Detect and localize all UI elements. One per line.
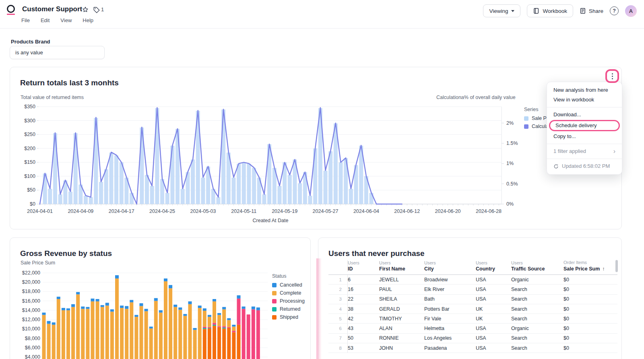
viewing-dropdown[interactable]: Viewing — [483, 4, 520, 17]
column-field-label: First Name — [379, 266, 423, 272]
column-header-sale-price-sum[interactable]: Order ItemsSale Price Sum↑ — [564, 260, 617, 272]
table-cell: Elk River — [424, 287, 476, 292]
table-cell: 16 — [348, 287, 379, 292]
table-cell: USA — [476, 335, 511, 341]
table-row[interactable]: 216PAULElk RiverUSASearch$0 — [328, 285, 617, 294]
column-group-label: Users — [379, 260, 423, 265]
menu-item-view-in-workbook[interactable]: View in workbook — [547, 95, 622, 105]
menu-file[interactable]: File — [21, 17, 30, 23]
svg-text:$20,000: $20,000 — [22, 279, 40, 285]
svg-text:2024-06-12: 2024-06-12 — [394, 208, 420, 214]
chevron-down-icon — [511, 10, 514, 12]
stacked-bar-chart: $22,000$20,000$18,000$16,000$14,000$12,0… — [10, 270, 310, 359]
column-header-city[interactable]: UsersCity — [424, 260, 476, 272]
menu-item-label: Schedule delivery — [555, 121, 597, 130]
table-cell: 50 — [348, 335, 379, 341]
users-table: UsersIDUsersFirst NameUsersCityUsersCoun… — [328, 260, 617, 353]
table-row[interactable]: 542TIMOTHYFir ValeUKSearch$0 — [328, 314, 617, 324]
menu-item-copy-to[interactable]: Copy to... — [547, 132, 622, 141]
column-header-id[interactable]: UsersID — [348, 260, 379, 272]
workbook-label: Workbook — [543, 8, 567, 14]
svg-text:2024-04-09: 2024-04-09 — [68, 208, 93, 214]
row-number: 1 — [328, 275, 348, 284]
column-header-first-name[interactable]: UsersFirst Name — [379, 260, 424, 272]
users-table-card: Users that never purchase UsersIDUsersFi… — [318, 237, 622, 359]
table-cell: RONNIE — [379, 335, 424, 341]
table-row[interactable]: 438GERALDPotters BarUKSearch$0 — [328, 304, 617, 314]
legend-label: Complete — [280, 290, 301, 296]
legend-label: Calcula — [532, 124, 549, 129]
row-number: 7 — [328, 334, 348, 343]
table-cell: Los Angeles — [424, 335, 476, 341]
workbook-button[interactable]: Workbook — [527, 4, 573, 17]
row-number: 8 — [328, 343, 348, 353]
legend-item-cancelled[interactable]: Cancelled — [272, 282, 305, 288]
legend-item-processing[interactable]: Processing — [272, 298, 305, 304]
table-cell: Helmetta — [424, 326, 476, 331]
row-number: 2 — [328, 285, 348, 294]
book-icon — [533, 8, 539, 14]
column-field-label: Traffic Source — [511, 266, 562, 272]
help-button[interactable]: ? — [610, 6, 619, 15]
chevron-right-icon: › — [613, 147, 615, 156]
menu-item-download[interactable]: Download... — [547, 110, 622, 120]
table-cell: USA — [476, 287, 511, 292]
menu-item-1-filter-applied[interactable]: 1 filter applied› — [547, 146, 622, 156]
table-cell: Search — [511, 335, 564, 341]
menu-item-updated-6-58-02-pm[interactable]: Updated 6:58:02 PM — [547, 161, 622, 171]
table-scrollbar[interactable] — [615, 260, 618, 272]
svg-text:2024-05-11: 2024-05-11 — [231, 208, 256, 214]
products-brand-filter[interactable]: is any value — [10, 46, 105, 59]
table-row[interactable]: 322SHEILABathUSASearch$0 — [328, 295, 617, 304]
table-row[interactable]: 643ALANHelmettaUSAOrganic$0 — [328, 324, 617, 333]
viewing-label: Viewing — [489, 8, 508, 14]
menu-edit[interactable]: Edit — [41, 17, 50, 23]
tag-icon[interactable] — [93, 6, 100, 14]
row-number: 3 — [328, 295, 348, 304]
share-button[interactable]: Share — [580, 8, 603, 14]
svg-text:$8,000: $8,000 — [25, 336, 40, 341]
menu-item-new-analysis-from-here[interactable]: New analysis from here — [547, 85, 622, 95]
table-cell: SHEILA — [379, 296, 424, 302]
table-row[interactable]: 750RONNIELos AngelesUSASearch$0 — [328, 334, 617, 343]
workbook-title: Customer Support — [22, 5, 82, 13]
legend-item-sale-pr[interactable]: Sale Pr — [524, 116, 549, 121]
filter-label: Products Brand — [11, 39, 50, 45]
table-cell: $0 — [564, 316, 617, 322]
share-icon — [580, 8, 586, 14]
legend-label: Sale Pr — [532, 116, 548, 121]
menu-view[interactable]: View — [60, 17, 72, 23]
sort-asc-icon[interactable]: ↑ — [602, 266, 605, 272]
svg-text:2024-05-27: 2024-05-27 — [313, 208, 339, 214]
column-header-traffic-source[interactable]: UsersTraffic Source — [511, 260, 564, 272]
favorite-star-icon[interactable] — [82, 6, 89, 13]
legend-item-complete[interactable]: Complete — [272, 290, 305, 296]
legend-swatch — [272, 283, 277, 287]
avatar[interactable]: A — [625, 5, 637, 17]
column-header-country[interactable]: UsersCountry — [476, 260, 511, 272]
legend-item-calcula[interactable]: Calcula — [524, 124, 549, 129]
svg-text:$4,000: $4,000 — [25, 354, 40, 359]
table-cell: $0 — [564, 345, 617, 351]
menu-help[interactable]: Help — [83, 17, 93, 23]
svg-text:$150: $150 — [24, 159, 35, 165]
chart2-legend: Status CancelledCompleteProcessingReturn… — [272, 273, 305, 322]
table-cell: USA — [476, 296, 511, 302]
pink-annotation-strip — [316, 258, 322, 359]
table-cell: $0 — [564, 306, 617, 312]
legend-item-shipped[interactable]: Shipped — [272, 314, 305, 320]
legend-swatch — [524, 124, 528, 129]
menu-item-schedule-delivery[interactable]: Schedule delivery — [549, 120, 620, 131]
table-row[interactable]: 16JEWELLBroadviewUSAOrganic$0 — [328, 275, 617, 285]
table-row[interactable]: 853JOHNPasadenaUSASearch$0 — [328, 343, 617, 353]
menu-item-label: New analysis from here — [553, 85, 608, 95]
chart1-legend: Series Sale PrCalcula — [524, 107, 549, 132]
svg-text:2024-06-28: 2024-06-28 — [476, 208, 502, 214]
svg-text:$6,000: $6,000 — [25, 345, 40, 351]
table-cell: Search — [511, 287, 564, 292]
table-cell: Search — [511, 345, 564, 351]
legend-item-returned[interactable]: Returned — [272, 306, 305, 312]
svg-text:$50: $50 — [27, 187, 35, 193]
kebab-menu-button[interactable] — [612, 73, 613, 79]
column-group-label: Order Items — [564, 260, 616, 265]
